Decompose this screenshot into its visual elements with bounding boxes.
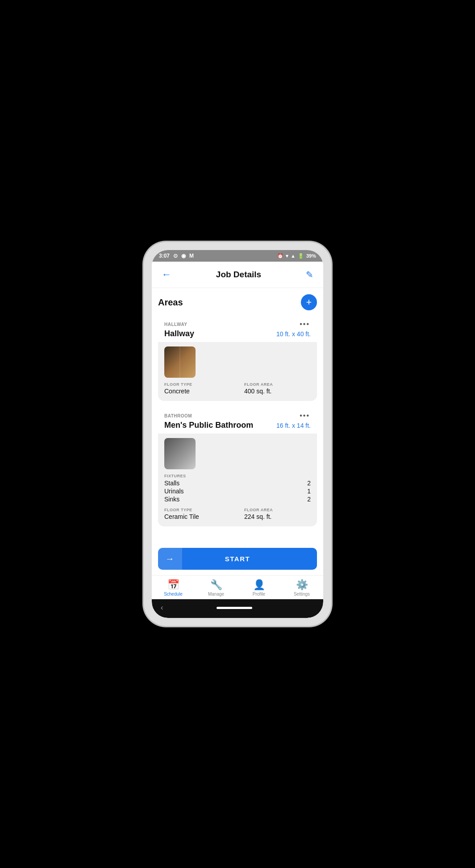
bathroom-name: Men's Public Bathroom (164, 421, 253, 430)
hallway-type-label: HALLWAY (164, 322, 187, 327)
stalls-value: 2 (307, 480, 311, 487)
back-arrow-icon: ← (162, 269, 171, 280)
hallway-card-body: FLOOR TYPE Concrete FLOOR AREA 400 sq. f… (158, 342, 317, 401)
add-area-button[interactable]: + (301, 294, 317, 310)
floor-type-value: Concrete (164, 388, 231, 395)
app-icon-2: ◉ (181, 253, 186, 259)
stalls-row: Stalls 2 (164, 479, 311, 487)
signal-icon: ▲ (291, 253, 296, 259)
bath-floor-area-value: 224 sq. ft. (244, 513, 311, 520)
alarm-icon: ⏰ (277, 253, 283, 259)
bathroom-card-header: BATHROOM ••• Men's Public Bathroom 16 ft… (158, 407, 317, 434)
profile-label: Profile (253, 592, 265, 597)
bathroom-type-label: BATHROOM (164, 413, 192, 418)
hallway-thumbnail (164, 346, 196, 378)
bath-floor-area-label: FLOOR AREA (244, 508, 311, 512)
bathroom-top-row: BATHROOM ••• (164, 412, 311, 420)
sinks-value: 2 (307, 496, 311, 503)
fixtures-label: FIXTURES (164, 474, 311, 478)
battery-percent: 39% (306, 253, 316, 259)
hallway-card-header: HALLWAY ••• Hallway 10 ft. x 40 ft. (158, 316, 317, 342)
bath-floor-type-label: FLOOR TYPE (164, 508, 231, 512)
nav-item-settings[interactable]: ⚙️ Settings (280, 576, 323, 599)
home-pill[interactable] (217, 607, 252, 609)
status-right: ⏰ ▾ ▲ 🔋 39% (277, 253, 316, 259)
profile-icon: 👤 (253, 579, 265, 591)
manage-icon: 🔧 (210, 579, 222, 591)
hallway-name: Hallway (164, 329, 194, 338)
home-indicator-bar: ‹ (152, 599, 323, 618)
nav-item-schedule[interactable]: 📅 Schedule (152, 576, 195, 599)
bathroom-more-button[interactable]: ••• (299, 412, 311, 420)
schedule-label: Schedule (164, 592, 183, 597)
bathroom-thumbnail (164, 438, 196, 469)
floor-area-label: FLOOR AREA (244, 382, 311, 387)
area-card-bathroom: BATHROOM ••• Men's Public Bathroom 16 ft… (158, 407, 317, 526)
floor-type-label: FLOOR TYPE (164, 382, 231, 387)
nav-item-manage[interactable]: 🔧 Manage (195, 576, 238, 599)
more-dots-icon: ••• (300, 320, 310, 328)
bath-floor-type-value: Ceramic Tile (164, 513, 231, 520)
edit-button[interactable]: ✎ (304, 267, 315, 282)
notification-icon: ⊙ (173, 253, 178, 259)
start-arrow-icon: → (158, 548, 182, 570)
hallway-details: FLOOR TYPE Concrete FLOOR AREA 400 sq. f… (164, 382, 311, 395)
page-title: Job Details (216, 270, 261, 280)
sinks-label: Sinks (164, 496, 179, 503)
wifi-icon: ▾ (286, 253, 288, 259)
bathroom-image (164, 438, 196, 469)
status-left: 3:07 ⊙ ◉ M (159, 253, 194, 259)
content-area: Areas + HALLWAY ••• Hallway 10 f (152, 288, 323, 542)
start-label: START (225, 555, 250, 563)
status-bar: 3:07 ⊙ ◉ M ⏰ ▾ ▲ 🔋 39% (152, 250, 323, 262)
hallway-image (164, 346, 196, 378)
nav-item-profile[interactable]: 👤 Profile (238, 576, 280, 599)
areas-header: Areas + (158, 294, 317, 310)
settings-label: Settings (294, 592, 310, 597)
phone-shell: 3:07 ⊙ ◉ M ⏰ ▾ ▲ 🔋 39% ← Job Details ✎ (144, 242, 331, 626)
hallway-floor-type-col: FLOOR TYPE Concrete (164, 382, 231, 395)
gesture-row: ‹ (152, 604, 323, 612)
bathroom-floor-type-col: FLOOR TYPE Ceramic Tile (164, 508, 231, 520)
bathroom-floor-area-col: FLOOR AREA 224 sq. ft. (244, 508, 311, 520)
bathroom-name-row: Men's Public Bathroom 16 ft. x 14 ft. (164, 421, 311, 430)
plus-icon: + (306, 297, 312, 307)
back-button[interactable]: ← (160, 267, 173, 282)
phone-screen: 3:07 ⊙ ◉ M ⏰ ▾ ▲ 🔋 39% ← Job Details ✎ (152, 250, 323, 618)
status-time: 3:07 (159, 253, 170, 259)
bathroom-dimensions: 16 ft. x 14 ft. (276, 422, 311, 429)
hallway-name-row: Hallway 10 ft. x 40 ft. (164, 329, 311, 338)
bathroom-card-body: FIXTURES Stalls 2 Urinals 1 Sinks 2 (158, 434, 317, 526)
hallway-dimensions: 10 ft. x 40 ft. (276, 330, 311, 338)
hallway-floor-area-col: FLOOR AREA 400 sq. ft. (244, 382, 311, 395)
gmail-icon: M (189, 253, 194, 259)
sinks-row: Sinks 2 (164, 495, 311, 503)
hallway-more-button[interactable]: ••• (299, 320, 311, 328)
start-button[interactable]: → START (158, 548, 317, 570)
areas-title: Areas (158, 297, 183, 308)
bottom-nav: 📅 Schedule 🔧 Manage 👤 Profile ⚙️ Setting… (152, 575, 323, 599)
fixtures-section: FIXTURES Stalls 2 Urinals 1 Sinks 2 (164, 474, 311, 503)
gesture-back-icon: ‹ (161, 604, 163, 612)
start-bar: → START (152, 542, 323, 575)
urinals-label: Urinals (164, 488, 184, 495)
more-dots-icon-2: ••• (300, 412, 310, 419)
schedule-icon: 📅 (167, 579, 179, 591)
edit-pencil-icon: ✎ (306, 270, 313, 280)
settings-icon: ⚙️ (296, 579, 308, 591)
app-header: ← Job Details ✎ (152, 262, 323, 288)
urinals-row: Urinals 1 (164, 487, 311, 495)
urinals-value: 1 (307, 488, 311, 495)
hallway-top-row: HALLWAY ••• (164, 320, 311, 328)
stalls-label: Stalls (164, 480, 179, 487)
battery-icon: 🔋 (298, 253, 304, 259)
bathroom-details: FLOOR TYPE Ceramic Tile FLOOR AREA 224 s… (164, 508, 311, 520)
floor-area-value: 400 sq. ft. (244, 388, 311, 395)
manage-label: Manage (208, 592, 224, 597)
area-card-hallway: HALLWAY ••• Hallway 10 ft. x 40 ft. (158, 316, 317, 401)
